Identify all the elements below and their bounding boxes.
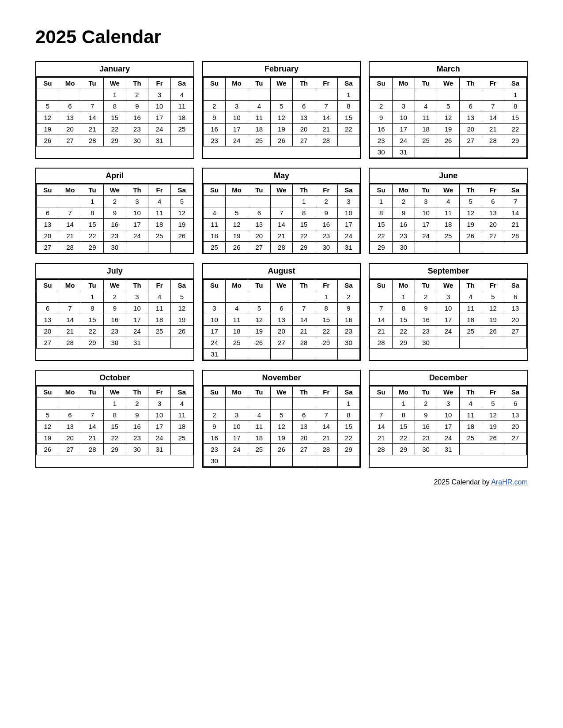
day-cell: 28 xyxy=(81,444,104,455)
day-cell: 31 xyxy=(148,444,171,455)
day-cell: 19 xyxy=(226,230,248,242)
day-cell xyxy=(293,291,315,303)
day-header-tu: Tu xyxy=(81,280,104,291)
day-header-th: Th xyxy=(459,78,482,89)
day-cell: 21 xyxy=(482,124,504,135)
day-cell: 17 xyxy=(437,314,460,326)
day-cell: 15 xyxy=(103,421,126,432)
day-cell: 3 xyxy=(337,196,360,207)
day-cell xyxy=(81,89,104,101)
month-title-august: August xyxy=(203,264,360,279)
month-title-october: October xyxy=(36,371,193,386)
month-block-march: MarchSuMoTuWeThFrSa123456789101112131415… xyxy=(369,61,528,159)
day-cell: 26 xyxy=(248,337,270,349)
day-cell: 18 xyxy=(415,124,437,135)
day-cell xyxy=(315,398,337,409)
month-title-march: March xyxy=(370,62,527,77)
month-table-august: SuMoTuWeThFrSa12345678910111213141516171… xyxy=(203,279,360,360)
week-row: 31 xyxy=(203,349,360,360)
day-cell: 28 xyxy=(315,135,337,146)
day-cell: 31 xyxy=(437,444,460,455)
day-cell xyxy=(59,291,81,303)
day-cell xyxy=(482,89,504,101)
day-cell: 20 xyxy=(59,124,81,135)
week-row: 567891011 xyxy=(37,409,193,421)
day-cell: 12 xyxy=(170,303,193,314)
day-cell: 5 xyxy=(482,398,504,409)
day-cell: 26 xyxy=(270,444,293,455)
day-cell: 23 xyxy=(415,432,437,444)
week-row: 12 xyxy=(203,291,360,303)
day-cell: 1 xyxy=(337,398,360,409)
day-cell: 5 xyxy=(459,196,482,207)
day-header-su: Su xyxy=(203,387,226,398)
day-cell: 8 xyxy=(504,101,527,112)
day-header-su: Su xyxy=(37,387,59,398)
week-row: 23242526272829 xyxy=(370,135,527,146)
week-row: 15161718192021 xyxy=(370,219,527,230)
day-header-sa: Sa xyxy=(504,387,527,398)
day-cell: 18 xyxy=(226,326,248,337)
day-header-tu: Tu xyxy=(415,78,437,89)
day-cell: 15 xyxy=(293,219,315,230)
day-cell: 30 xyxy=(126,135,148,146)
day-cell: 9 xyxy=(337,303,360,314)
day-cell: 22 xyxy=(504,124,527,135)
day-cell: 6 xyxy=(293,409,315,421)
day-header-we: We xyxy=(103,280,126,291)
day-cell: 9 xyxy=(203,421,226,432)
day-header-tu: Tu xyxy=(415,184,437,196)
day-cell: 27 xyxy=(293,444,315,455)
day-cell: 19 xyxy=(482,421,504,432)
day-cell: 31 xyxy=(337,242,360,253)
day-cell: 12 xyxy=(270,112,293,124)
day-cell: 9 xyxy=(415,303,437,314)
day-cell: 18 xyxy=(203,230,226,242)
week-row: 12345 xyxy=(37,196,193,207)
day-cell xyxy=(170,242,193,253)
week-row: 1 xyxy=(203,89,360,101)
day-header-th: Th xyxy=(293,280,315,291)
day-header-we: We xyxy=(270,387,293,398)
day-cell: 30 xyxy=(103,337,126,349)
day-cell xyxy=(293,349,315,360)
day-cell: 25 xyxy=(459,326,482,337)
day-cell: 19 xyxy=(437,124,460,135)
week-row: 16171819202122 xyxy=(203,432,360,444)
day-cell: 21 xyxy=(270,230,293,242)
day-cell: 6 xyxy=(270,303,293,314)
day-header-su: Su xyxy=(37,280,59,291)
day-cell: 11 xyxy=(459,409,482,421)
day-cell xyxy=(203,196,226,207)
day-header-sa: Sa xyxy=(170,78,193,89)
day-cell xyxy=(170,444,193,455)
day-cell: 2 xyxy=(203,101,226,112)
day-cell: 15 xyxy=(392,421,415,432)
day-cell xyxy=(270,455,293,467)
week-row: 232425262728 xyxy=(203,135,360,146)
day-cell: 27 xyxy=(482,230,504,242)
week-row: 9101112131415 xyxy=(370,112,527,124)
day-cell xyxy=(270,89,293,101)
day-cell: 18 xyxy=(248,124,270,135)
day-header-th: Th xyxy=(459,387,482,398)
week-row: 25262728293031 xyxy=(203,242,360,253)
day-cell: 24 xyxy=(337,230,360,242)
day-cell: 1 xyxy=(392,291,415,303)
day-header-mo: Mo xyxy=(59,387,81,398)
day-cell: 17 xyxy=(148,112,171,124)
day-cell: 26 xyxy=(170,326,193,337)
day-header-fr: Fr xyxy=(148,280,171,291)
day-cell: 11 xyxy=(459,303,482,314)
day-header-th: Th xyxy=(293,184,315,196)
day-header-tu: Tu xyxy=(81,78,104,89)
month-block-october: OctoberSuMoTuWeThFrSa1234567891011121314… xyxy=(35,370,194,468)
day-cell: 30 xyxy=(315,242,337,253)
day-cell: 28 xyxy=(293,337,315,349)
day-cell: 28 xyxy=(504,230,527,242)
day-cell: 18 xyxy=(148,314,171,326)
day-cell: 8 xyxy=(81,303,104,314)
footer-link[interactable]: AraHR.com xyxy=(491,478,528,486)
week-row: 3031 xyxy=(370,146,527,158)
day-header-mo: Mo xyxy=(226,78,248,89)
